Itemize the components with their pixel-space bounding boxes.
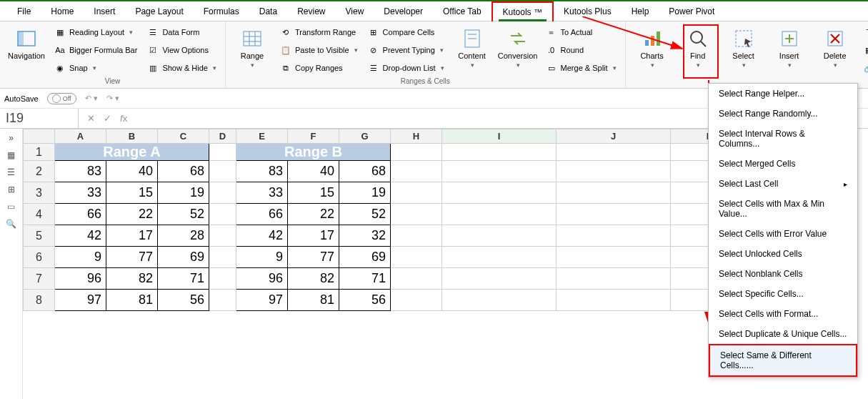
menu-select-error[interactable]: Select Cells with Error Value xyxy=(709,224,857,244)
cell[interactable]: 66 xyxy=(236,204,288,225)
cell[interactable]: 17 xyxy=(288,225,339,247)
autosave-toggle[interactable]: Off xyxy=(47,93,76,104)
merge-split-button[interactable]: ▭Merge & Split▾ xyxy=(543,60,619,76)
cell[interactable]: 15 xyxy=(106,182,158,204)
cell[interactable]: 81 xyxy=(106,290,158,311)
menu-select-interval[interactable]: Select Interval Rows & Columns... xyxy=(709,124,857,154)
row-header[interactable]: 6 xyxy=(24,247,55,268)
rail-icon[interactable]: ☰ xyxy=(7,167,15,177)
cell[interactable] xyxy=(442,182,557,204)
menu-select-last-cell[interactable]: Select Last Cell▸ xyxy=(709,174,857,194)
col-header[interactable]: D xyxy=(209,129,236,144)
tab-page-layout[interactable]: Page Layout xyxy=(125,2,193,21)
content-button[interactable]: Content▾ xyxy=(452,24,493,69)
col-header[interactable]: I xyxy=(442,129,557,144)
cell[interactable]: 97 xyxy=(236,290,288,311)
range-a-header[interactable]: Range A xyxy=(55,144,209,161)
tab-home[interactable]: Home xyxy=(41,2,84,21)
range-b-header[interactable]: Range B xyxy=(236,144,391,161)
cell[interactable]: 52 xyxy=(339,204,391,225)
cell[interactable]: 77 xyxy=(288,247,339,268)
cell[interactable] xyxy=(209,161,236,182)
cell[interactable] xyxy=(209,268,236,290)
cell[interactable] xyxy=(391,247,442,268)
cell[interactable] xyxy=(557,161,671,182)
cell[interactable] xyxy=(209,204,236,225)
col-header[interactable]: A xyxy=(55,129,106,144)
rail-icon[interactable]: ▦ xyxy=(7,150,15,160)
snap-button[interactable]: ◉Snap▾ xyxy=(51,60,140,76)
cell[interactable]: 97 xyxy=(55,290,106,311)
tab-developer[interactable]: Developer xyxy=(374,2,433,21)
fx-icon[interactable]: fx xyxy=(120,113,127,124)
navigation-button[interactable]: Navigation xyxy=(6,24,47,60)
range-button[interactable]: Range▾ xyxy=(231,24,273,69)
cell[interactable] xyxy=(557,247,671,268)
cell[interactable]: 33 xyxy=(236,182,288,204)
cell[interactable]: 71 xyxy=(339,268,391,290)
conversion-button[interactable]: Conversion▾ xyxy=(497,24,539,69)
cell[interactable]: 56 xyxy=(158,290,209,311)
cancel-icon[interactable]: ✕ xyxy=(87,113,95,124)
cell[interactable]: 42 xyxy=(55,225,106,247)
cell[interactable]: 22 xyxy=(288,204,339,225)
cell[interactable]: 96 xyxy=(236,268,288,290)
cell[interactable] xyxy=(557,290,671,311)
cell[interactable] xyxy=(209,182,236,204)
cell[interactable] xyxy=(391,225,442,247)
cell[interactable]: 52 xyxy=(158,204,209,225)
tab-formulas[interactable]: Formulas xyxy=(194,2,249,21)
cell[interactable] xyxy=(557,225,671,247)
cell[interactable]: 32 xyxy=(339,225,391,247)
link-button[interactable]: 🔗Link▾ xyxy=(860,60,868,76)
cell[interactable]: 22 xyxy=(106,204,158,225)
redo-button[interactable]: ↷ ▾ xyxy=(106,94,119,103)
cell[interactable] xyxy=(209,247,236,268)
cell[interactable]: 17 xyxy=(106,225,158,247)
insert-button[interactable]: Insert▾ xyxy=(769,24,810,69)
tab-file[interactable]: File xyxy=(7,2,41,21)
select-button[interactable]: Select▾ xyxy=(723,24,764,69)
view-options-button[interactable]: ☑View Options xyxy=(144,42,219,58)
cell[interactable]: 56 xyxy=(339,290,391,311)
menu-select-unlocked[interactable]: Select Unlocked Cells xyxy=(709,244,857,264)
cell[interactable]: 69 xyxy=(158,247,209,268)
cell[interactable]: 81 xyxy=(288,290,339,311)
cell[interactable]: 40 xyxy=(288,161,339,182)
cell[interactable]: 15 xyxy=(288,182,339,204)
cell[interactable] xyxy=(442,225,557,247)
rail-icon[interactable]: 🔍 xyxy=(6,219,16,229)
format-button[interactable]: ▦Format▾ xyxy=(860,42,868,58)
copy-ranges-button[interactable]: ⧉Copy Ranges xyxy=(277,60,361,76)
cell[interactable]: 69 xyxy=(339,247,391,268)
cell[interactable] xyxy=(442,268,557,290)
col-header[interactable]: E xyxy=(236,129,288,144)
cell[interactable] xyxy=(209,225,236,247)
rail-icon[interactable]: ▭ xyxy=(7,202,15,212)
cell[interactable] xyxy=(391,268,442,290)
expand-icon[interactable]: » xyxy=(9,133,14,143)
tab-kutools[interactable]: Kutools ™ xyxy=(492,1,554,21)
cell[interactable] xyxy=(442,144,557,161)
col-header[interactable]: J xyxy=(557,129,671,144)
row-header[interactable]: 8 xyxy=(24,290,55,311)
cell[interactable]: 82 xyxy=(106,268,158,290)
cell[interactable]: 40 xyxy=(106,161,158,182)
row-header[interactable]: 1 xyxy=(24,144,55,161)
cell[interactable] xyxy=(557,182,671,204)
cell[interactable]: 82 xyxy=(288,268,339,290)
cell[interactable] xyxy=(209,144,236,161)
cell[interactable] xyxy=(442,204,557,225)
cell[interactable] xyxy=(391,204,442,225)
cell[interactable] xyxy=(442,161,557,182)
text-button[interactable]: TText▾ xyxy=(860,24,868,40)
cell[interactable]: 83 xyxy=(236,161,288,182)
menu-select-range-helper[interactable]: Select Range Helper... xyxy=(709,84,857,104)
col-header[interactable]: B xyxy=(106,129,158,144)
tab-data[interactable]: Data xyxy=(249,2,287,21)
cell[interactable]: 42 xyxy=(236,225,288,247)
cell[interactable]: 66 xyxy=(55,204,106,225)
undo-button[interactable]: ↶ ▾ xyxy=(85,94,98,103)
cell[interactable] xyxy=(209,290,236,311)
paste-to-visible-button[interactable]: 📋Paste to Visible▾ xyxy=(277,42,361,58)
